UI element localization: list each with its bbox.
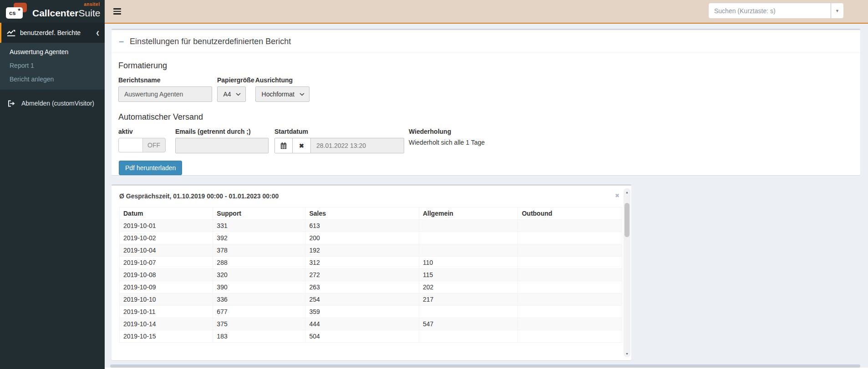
paper-size-value: A4 bbox=[223, 91, 231, 98]
start-date-input-group: ✖ bbox=[274, 138, 404, 153]
table-cell: 2019-10-15 bbox=[120, 330, 213, 343]
report-panel: Ø Gesprächszeit, 01.10.2019 00:00 - 01.0… bbox=[112, 184, 631, 360]
table-cell bbox=[518, 293, 622, 306]
top-navbar: ▼ bbox=[105, 0, 868, 24]
table-cell: 375 bbox=[213, 318, 305, 330]
settings-panel-body: Formatierung Berichtsname Papiergröße A4 bbox=[112, 53, 860, 181]
brand-bubble-front: cs ★ bbox=[6, 7, 23, 19]
column-header: Support bbox=[213, 207, 305, 220]
vertical-scrollbar[interactable]: ▲ ▼ bbox=[624, 188, 630, 357]
table-cell: 336 bbox=[213, 293, 305, 306]
sidebar-subitem[interactable]: Report 1 bbox=[0, 59, 105, 72]
table-cell: 312 bbox=[305, 257, 419, 269]
table-cell bbox=[518, 244, 622, 257]
table-cell: 390 bbox=[213, 281, 305, 293]
sidebar-subitem[interactable]: Bericht anlegen bbox=[0, 72, 105, 86]
table-cell: 2019-10-07 bbox=[120, 257, 213, 269]
table-cell bbox=[419, 220, 518, 232]
sidebar-subitem[interactable]: Auswertung Agenten bbox=[0, 45, 105, 59]
active-label: aktiv bbox=[118, 128, 166, 135]
sign-out-icon bbox=[8, 100, 15, 107]
table-cell: 183 bbox=[213, 330, 305, 343]
sidebar-item-custom-reports[interactable]: benutzerdef. Berichte ❮ bbox=[0, 23, 105, 43]
table-row: 2019-10-02392200 bbox=[120, 232, 622, 244]
report-name-input[interactable] bbox=[118, 86, 212, 102]
start-date-group: Startdatum bbox=[274, 128, 404, 153]
table-cell: 613 bbox=[305, 220, 419, 232]
repeat-text: Wiederholt sich alle 1 Tage bbox=[409, 139, 485, 146]
settings-panel: − Einstellungen für benutzerdefinierten … bbox=[112, 29, 860, 175]
table-cell bbox=[419, 330, 518, 343]
table-cell: 217 bbox=[419, 293, 518, 306]
table-cell bbox=[518, 281, 622, 293]
table-cell: 288 bbox=[213, 257, 305, 269]
table-cell: 2019-10-10 bbox=[120, 293, 213, 306]
start-date-input[interactable] bbox=[311, 138, 404, 153]
table-row: 2019-10-14375444547 bbox=[120, 318, 622, 330]
collapse-minus-icon[interactable]: − bbox=[119, 39, 124, 45]
clear-date-button[interactable]: ✖ bbox=[293, 138, 311, 153]
table-cell: 115 bbox=[419, 269, 518, 281]
chevron-left-icon: ❮ bbox=[96, 30, 100, 35]
active-group: aktiv OFF bbox=[118, 128, 166, 152]
table-cell: 444 bbox=[305, 318, 419, 330]
table-cell bbox=[518, 269, 622, 281]
app-title: ansitelCallcenterSuite bbox=[32, 4, 100, 19]
table-row: 2019-10-07288312110 bbox=[120, 257, 622, 269]
table-cell: 263 bbox=[305, 281, 419, 293]
emails-group: Emails (getrennt durch ;) bbox=[175, 128, 269, 153]
search-input[interactable] bbox=[709, 3, 831, 18]
paper-size-select[interactable]: A4 bbox=[217, 86, 246, 102]
hamburger-menu-icon[interactable] bbox=[113, 8, 121, 15]
sidebar: cs ★ ansitelCallcenterSuite benutzerdef.… bbox=[0, 0, 105, 369]
scrollbar-thumb[interactable] bbox=[624, 203, 629, 237]
orientation-value: Hochformat bbox=[261, 91, 295, 98]
table-cell: 272 bbox=[305, 269, 419, 281]
toggle-knob bbox=[119, 138, 143, 152]
table-cell: 2019-10-11 bbox=[120, 306, 213, 318]
table-cell: 192 bbox=[305, 244, 419, 257]
app-logo[interactable]: cs ★ ansitelCallcenterSuite bbox=[0, 0, 105, 23]
table-cell: 2019-10-01 bbox=[120, 220, 213, 232]
emails-input[interactable] bbox=[175, 138, 269, 153]
app-title-light: Suite bbox=[79, 8, 101, 18]
table-cell bbox=[419, 306, 518, 318]
search-widget: ▼ bbox=[709, 3, 843, 18]
close-icon[interactable]: ✖ bbox=[615, 193, 619, 198]
table-row: 2019-10-04378192 bbox=[120, 244, 622, 257]
orientation-label: Ausrichtung bbox=[255, 76, 310, 84]
active-toggle[interactable]: OFF bbox=[118, 138, 166, 152]
toggle-state-label: OFF bbox=[142, 138, 165, 152]
download-pdf-button[interactable]: Pdf herunterladen bbox=[119, 161, 182, 175]
table-row: 2019-10-11677359 bbox=[120, 306, 622, 318]
table-row: 2019-10-15183504 bbox=[120, 330, 622, 343]
logout-button[interactable]: Abmelden (customVisitor) bbox=[0, 96, 105, 111]
table-cell: 110 bbox=[419, 257, 518, 269]
report-panel-title: Ø Gesprächszeit, 01.10.2019 00:00 - 01.0… bbox=[112, 186, 631, 205]
search-dropdown-button[interactable]: ▼ bbox=[831, 3, 843, 18]
scroll-up-icon[interactable]: ▲ bbox=[624, 189, 630, 195]
calendar-icon bbox=[280, 142, 287, 149]
report-table: DatumSupportSalesAllgemeinOutbound 2019-… bbox=[119, 207, 622, 343]
brand-speech-bubbles-icon: cs ★ bbox=[5, 2, 28, 20]
table-cell: 378 bbox=[213, 244, 305, 257]
report-table-body: 2019-10-013316132019-10-023922002019-10-… bbox=[120, 220, 622, 343]
table-cell bbox=[419, 244, 518, 257]
table-cell: 359 bbox=[305, 306, 419, 318]
table-cell: 504 bbox=[305, 330, 419, 343]
table-cell: 254 bbox=[305, 293, 419, 306]
line-chart-icon bbox=[7, 30, 15, 36]
scroll-down-icon[interactable]: ▼ bbox=[624, 350, 630, 357]
table-cell bbox=[518, 306, 622, 318]
table-cell: 331 bbox=[213, 220, 305, 232]
emails-label: Emails (getrennt durch ;) bbox=[175, 128, 269, 135]
report-name-group: Berichtsname bbox=[118, 76, 212, 102]
orientation-select[interactable]: Hochformat bbox=[255, 86, 310, 102]
vendor-label: ansitel bbox=[84, 2, 100, 7]
calendar-button[interactable] bbox=[274, 138, 293, 153]
table-cell: 200 bbox=[305, 232, 419, 244]
horizontal-scrollbar[interactable] bbox=[110, 364, 860, 368]
table-cell: 392 bbox=[213, 232, 305, 244]
chevron-down-icon bbox=[236, 93, 241, 96]
table-row: 2019-10-08320272115 bbox=[120, 269, 622, 281]
